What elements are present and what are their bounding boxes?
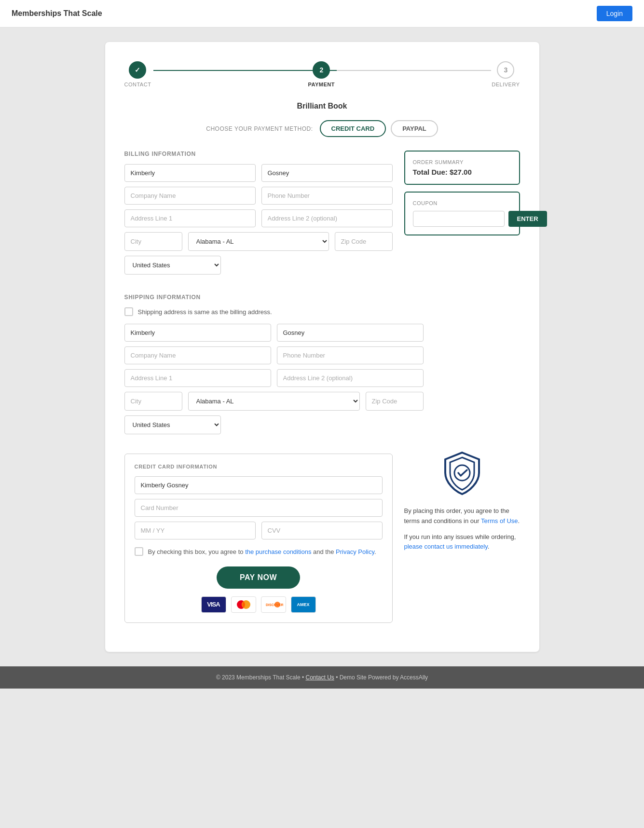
- credit-card-button[interactable]: CREDIT CARD: [320, 120, 386, 137]
- shipping-company[interactable]: [124, 346, 271, 364]
- contact-us-link[interactable]: please contact us immediately: [404, 543, 488, 550]
- billing-country-select[interactable]: United States Canada United Kingdom: [124, 256, 221, 275]
- shipping-address2[interactable]: [277, 369, 424, 387]
- visa-logo: VISA: [201, 596, 226, 613]
- header: Memberships That Scale Login: [0, 0, 644, 28]
- cc-number-input[interactable]: [135, 499, 383, 517]
- same-address-checkbox[interactable]: [124, 307, 133, 316]
- step-label-payment: PAYMENT: [308, 82, 335, 87]
- coupon-input-row: ENTER: [413, 211, 511, 227]
- billing-first-name[interactable]: [124, 164, 256, 182]
- svg-point-4: [274, 602, 280, 607]
- amex-logo: AMEX: [291, 596, 316, 613]
- progress-steps: ✓ CONTACT 2 PAYMENT 3 DELIVERY: [124, 61, 520, 87]
- step-circle-delivery: 3: [497, 61, 514, 79]
- terms-of-use-link[interactable]: Terms of Use: [481, 517, 518, 524]
- step-payment: 2 PAYMENT: [308, 61, 335, 87]
- purchase-conditions-link[interactable]: the purchase conditions: [245, 548, 311, 555]
- coupon-title: COUPON: [413, 200, 511, 206]
- svg-text:DISCOVER: DISCOVER: [266, 603, 283, 607]
- footer: © 2023 Memberships That Scale • Contact …: [0, 666, 644, 689]
- step-delivery: 3 DELIVERY: [492, 61, 520, 87]
- cc-cvv-input[interactable]: [261, 522, 383, 539]
- shipping-country-row: United States Canada United Kingdom: [124, 415, 424, 434]
- billing-address1[interactable]: [124, 209, 256, 227]
- billing-section-header: BILLING INFORMATION: [124, 151, 393, 157]
- shipping-address1[interactable]: [124, 369, 271, 387]
- checkmark-icon: ✓: [135, 66, 140, 74]
- shipping-city-state-zip-row: Alabama - AL Alaska - AK Arizona - AZ: [124, 392, 424, 411]
- payment-method-label: CHOOSE YOUR PAYMENT METHOD:: [206, 125, 313, 132]
- cc-section: CREDIT CARD INFORMATION: [124, 444, 393, 623]
- same-address-label: Shipping address is same as the billing …: [138, 308, 272, 316]
- shipping-form: Alabama - AL Alaska - AK Arizona - AZ Un…: [124, 324, 424, 434]
- cc-terms-row: By checking this box, you agree to the p…: [135, 547, 383, 557]
- order-sidebar: ORDER SUMMARY Total Due: $27.00 COUPON E…: [404, 151, 520, 279]
- billing-country-row: United States Canada United Kingdom: [124, 256, 393, 275]
- same-address-row: Shipping address is same as the billing …: [124, 307, 520, 316]
- billing-state-select[interactable]: Alabama - AL Alaska - AK Arizona - AZ: [188, 232, 329, 251]
- billing-layout: BILLING INFORMATION Alabama - AL: [124, 151, 520, 279]
- billing-last-name[interactable]: [261, 164, 393, 182]
- order-summary-total: Total Due: $27.00: [413, 168, 511, 176]
- cc-expiry-cvv-row: [135, 522, 383, 539]
- cc-name-row: [135, 476, 383, 494]
- cc-number-row: [135, 499, 383, 517]
- billing-company[interactable]: [124, 187, 256, 205]
- shipping-phone[interactable]: [277, 346, 424, 364]
- cc-section-title: CREDIT CARD INFORMATION: [135, 464, 383, 469]
- billing-phone[interactable]: [261, 187, 393, 205]
- site-title: Memberships That Scale: [12, 9, 102, 18]
- paypal-button[interactable]: PAYPAL: [391, 120, 438, 137]
- coupon-enter-button[interactable]: ENTER: [508, 211, 547, 227]
- payment-method-row: CHOOSE YOUR PAYMENT METHOD: CREDIT CARD …: [124, 120, 520, 137]
- security-text: By placing this order, you agree to the …: [404, 506, 520, 552]
- shipping-state-select[interactable]: Alabama - AL Alaska - AK Arizona - AZ: [188, 392, 360, 411]
- discover-svg: DISCOVER: [264, 599, 283, 610]
- step-circle-payment: 2: [313, 61, 330, 79]
- shipping-city[interactable]: [124, 392, 182, 411]
- step-label-delivery: DELIVERY: [492, 82, 520, 87]
- billing-city[interactable]: [124, 232, 182, 251]
- cc-box: CREDIT CARD INFORMATION: [124, 454, 393, 623]
- shield-icon: [438, 449, 486, 498]
- order-summary-title: ORDER SUMMARY: [413, 159, 511, 165]
- shield-svg: [438, 449, 486, 497]
- step-label-contact: CONTACT: [124, 82, 151, 87]
- shipping-address-row: [124, 369, 424, 387]
- billing-zip[interactable]: [335, 232, 393, 251]
- shipping-last-name[interactable]: [277, 324, 424, 342]
- billing-form: BILLING INFORMATION Alabama - AL: [124, 151, 393, 279]
- security-area: By placing this order, you agree to the …: [404, 449, 520, 552]
- billing-name-row: [124, 164, 393, 182]
- mastercard-logo: [231, 596, 256, 613]
- cc-expiry-input[interactable]: [135, 522, 256, 539]
- main-card: ✓ CONTACT 2 PAYMENT 3 DELIVERY Brilliant…: [105, 42, 539, 652]
- footer-text2: • Demo Site Powered by AccessAlly: [334, 674, 428, 681]
- pay-now-button[interactable]: PAY NOW: [217, 566, 300, 589]
- shipping-company-phone-row: [124, 346, 424, 364]
- shipping-country-select[interactable]: United States Canada United Kingdom: [124, 415, 221, 434]
- shipping-section-header: SHIPPING INFORMATION: [124, 294, 520, 301]
- mastercard-svg: [235, 599, 252, 610]
- shipping-zip[interactable]: [366, 392, 424, 411]
- billing-company-phone-row: [124, 187, 393, 205]
- billing-address2[interactable]: [261, 209, 393, 227]
- step-number-payment: 2: [319, 66, 323, 74]
- shipping-name-row: [124, 324, 424, 342]
- svg-point-5: [454, 465, 470, 481]
- cc-layout: CREDIT CARD INFORMATION: [124, 444, 520, 623]
- footer-contact-link[interactable]: Contact Us: [305, 674, 334, 681]
- cc-terms-checkbox[interactable]: [135, 547, 143, 556]
- pay-now-row: PAY NOW: [135, 566, 383, 589]
- card-logos: VISA DISCOVER: [135, 596, 383, 613]
- cc-cardholder-name[interactable]: [135, 476, 383, 494]
- product-title: Brilliant Book: [124, 102, 520, 110]
- privacy-policy-link[interactable]: Privacy Policy: [336, 548, 374, 555]
- login-button[interactable]: Login: [597, 6, 632, 21]
- order-summary-box: ORDER SUMMARY Total Due: $27.00: [404, 151, 520, 185]
- coupon-input[interactable]: [413, 211, 505, 227]
- shipping-first-name[interactable]: [124, 324, 271, 342]
- coupon-box: COUPON ENTER: [404, 192, 520, 235]
- billing-city-state-zip-row: Alabama - AL Alaska - AK Arizona - AZ: [124, 232, 393, 251]
